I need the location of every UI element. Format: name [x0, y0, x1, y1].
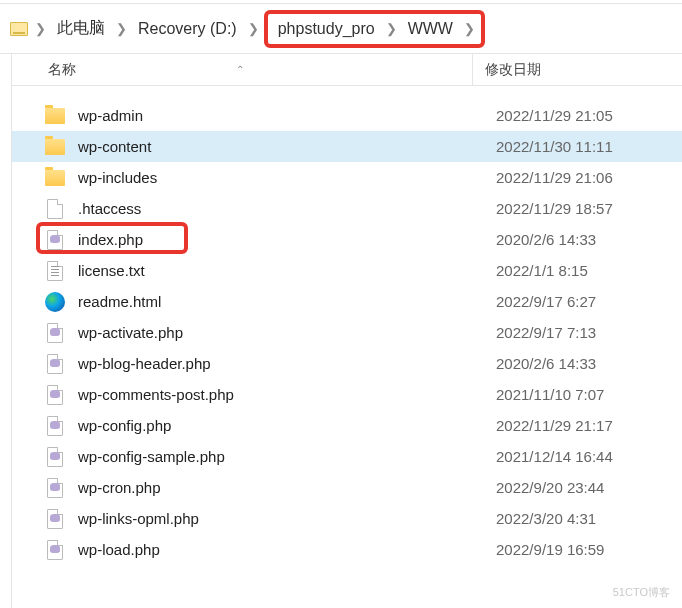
breadcrumb-item[interactable]: phpstudy_pro	[272, 16, 381, 42]
content-area: 名称 ⌃ 修改日期 wp-admin2022/11/29 21:05wp-con…	[0, 54, 682, 608]
php-file-icon	[44, 229, 66, 251]
chevron-right-icon: ❯	[114, 21, 129, 36]
file-row[interactable]: wp-blog-header.php2020/2/6 14:33	[12, 348, 682, 379]
file-date: 2022/9/20 23:44	[488, 479, 682, 496]
file-row[interactable]: .htaccess2022/11/29 18:57	[12, 193, 682, 224]
file-name: wp-cron.php	[78, 479, 488, 496]
file-row[interactable]: wp-config-sample.php2021/12/14 16:44	[12, 441, 682, 472]
file-date: 2022/9/19 16:59	[488, 541, 682, 558]
sidebar-edge	[0, 54, 12, 608]
file-date: 2022/11/29 18:57	[488, 200, 682, 217]
file-row[interactable]: wp-activate.php2022/9/17 7:13	[12, 317, 682, 348]
file-name: wp-activate.php	[78, 324, 488, 341]
file-area: 名称 ⌃ 修改日期 wp-admin2022/11/29 21:05wp-con…	[12, 54, 682, 608]
column-date-header[interactable]: 修改日期	[473, 61, 682, 79]
file-date: 2022/1/1 8:15	[488, 262, 682, 279]
breadcrumb[interactable]: ❯ 此电脑 ❯ Recovery (D:) ❯ phpstudy_pro ❯ W…	[0, 4, 682, 54]
file-row[interactable]: wp-config.php2022/11/29 21:17	[12, 410, 682, 441]
php-file-icon	[44, 477, 66, 499]
file-row[interactable]: wp-admin2022/11/29 21:05	[12, 100, 682, 131]
file-row[interactable]: wp-cron.php2022/9/20 23:44	[12, 472, 682, 503]
folder-icon	[44, 136, 66, 158]
file-date: 2022/11/29 21:06	[488, 169, 682, 186]
file-date: 2022/3/20 4:31	[488, 510, 682, 527]
sort-caret-icon: ⌃	[236, 64, 244, 75]
file-name: wp-includes	[78, 169, 488, 186]
file-name: wp-content	[78, 138, 488, 155]
file-date: 2021/11/10 7:07	[488, 386, 682, 403]
column-name-label: 名称	[48, 61, 76, 79]
file-row[interactable]: wp-links-opml.php2022/3/20 4:31	[12, 503, 682, 534]
chevron-right-icon: ❯	[33, 21, 48, 36]
file-date: 2022/9/17 7:13	[488, 324, 682, 341]
php-file-icon	[44, 508, 66, 530]
php-file-icon	[44, 446, 66, 468]
file-name: wp-admin	[78, 107, 488, 124]
text-file-icon	[44, 260, 66, 282]
file-date: 2022/11/29 21:05	[488, 107, 682, 124]
file-date: 2020/2/6 14:33	[488, 355, 682, 372]
file-name: license.txt	[78, 262, 488, 279]
folder-icon	[44, 167, 66, 189]
file-name: readme.html	[78, 293, 488, 310]
file-row[interactable]: wp-includes2022/11/29 21:06	[12, 162, 682, 193]
chevron-right-icon: ❯	[462, 21, 477, 36]
chevron-right-icon: ❯	[246, 21, 261, 36]
breadcrumb-highlight: phpstudy_pro ❯ WWW ❯	[264, 10, 485, 48]
php-file-icon	[44, 415, 66, 437]
php-file-icon	[44, 539, 66, 561]
file-row[interactable]: license.txt2022/1/1 8:15	[12, 255, 682, 286]
file-row[interactable]: wp-content2022/11/30 11:11	[12, 131, 682, 162]
php-file-icon	[44, 384, 66, 406]
file-date: 2021/12/14 16:44	[488, 448, 682, 465]
edge-icon	[44, 291, 66, 313]
column-name-header[interactable]: 名称 ⌃	[12, 61, 472, 79]
file-name: .htaccess	[78, 200, 488, 217]
file-name: wp-config-sample.php	[78, 448, 488, 465]
file-date: 2022/9/17 6:27	[488, 293, 682, 310]
file-date: 2020/2/6 14:33	[488, 231, 682, 248]
breadcrumb-item[interactable]: 此电脑	[51, 14, 111, 43]
file-date: 2022/11/29 21:17	[488, 417, 682, 434]
file-row[interactable]: readme.html2022/9/17 6:27	[12, 286, 682, 317]
file-name: wp-blog-header.php	[78, 355, 488, 372]
file-list: wp-admin2022/11/29 21:05wp-content2022/1…	[12, 86, 682, 565]
file-row[interactable]: wp-load.php2022/9/19 16:59	[12, 534, 682, 565]
file-name: wp-links-opml.php	[78, 510, 488, 527]
file-row[interactable]: wp-comments-post.php2021/11/10 7:07	[12, 379, 682, 410]
file-name: wp-comments-post.php	[78, 386, 488, 403]
folder-icon	[44, 105, 66, 127]
file-name: wp-config.php	[78, 417, 488, 434]
file-name: wp-load.php	[78, 541, 488, 558]
columns-header: 名称 ⌃ 修改日期	[12, 54, 682, 86]
php-file-icon	[44, 353, 66, 375]
file-date: 2022/11/30 11:11	[488, 138, 682, 155]
file-icon	[44, 198, 66, 220]
breadcrumb-item[interactable]: Recovery (D:)	[132, 16, 243, 42]
breadcrumb-item[interactable]: WWW	[402, 16, 459, 42]
php-file-icon	[44, 322, 66, 344]
drive-icon	[10, 22, 28, 36]
file-name: index.php	[78, 231, 488, 248]
file-row[interactable]: index.php2020/2/6 14:33	[12, 224, 682, 255]
chevron-right-icon: ❯	[384, 21, 399, 36]
